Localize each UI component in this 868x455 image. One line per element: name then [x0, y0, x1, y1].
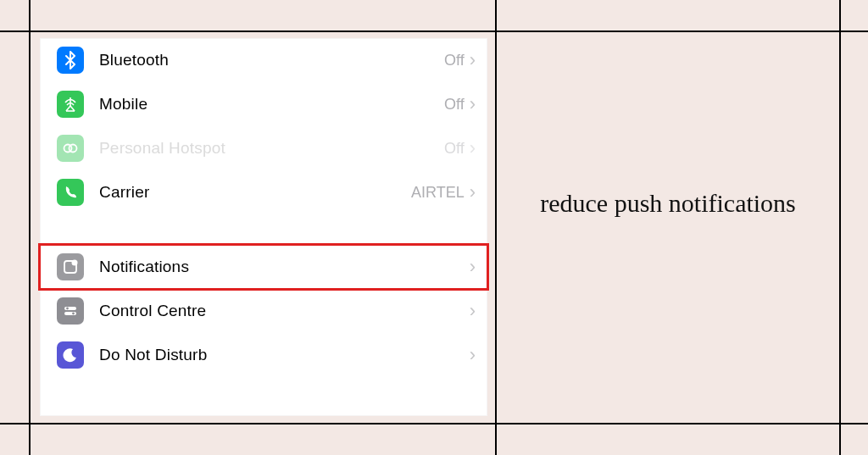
row-label: Notifications	[99, 258, 465, 276]
caption-text: reduce push notifications	[524, 186, 812, 219]
settings-row-personal-hotspot[interactable]: Personal Hotspot Off ›	[40, 126, 487, 170]
chevron-right-icon: ›	[470, 346, 476, 364]
section-gap	[40, 214, 487, 245]
svg-point-1	[70, 145, 77, 153]
mobile-icon	[57, 91, 84, 118]
ios-settings-panel: Bluetooth Off › Mobile Off › Personal Ho…	[40, 38, 487, 416]
carrier-icon	[57, 179, 84, 206]
svg-point-5	[66, 308, 69, 310]
row-label: Control Centre	[99, 302, 465, 320]
grid-line	[0, 423, 868, 424]
grid-line	[495, 0, 497, 455]
row-value: Off	[444, 140, 465, 158]
chevron-right-icon: ›	[470, 302, 476, 320]
chevron-right-icon: ›	[470, 139, 476, 158]
settings-row-control-centre[interactable]: Control Centre ›	[40, 289, 487, 333]
settings-row-do-not-disturb[interactable]: Do Not Disturb ›	[40, 333, 487, 377]
settings-row-carrier[interactable]: Carrier AIRTEL ›	[40, 170, 487, 214]
grid-line	[0, 31, 868, 32]
row-label: Personal Hotspot	[99, 139, 444, 158]
row-value: Off	[444, 96, 465, 114]
hotspot-icon	[57, 135, 84, 162]
row-label: Do Not Disturb	[99, 346, 465, 364]
settings-row-mobile[interactable]: Mobile Off ›	[40, 82, 487, 126]
svg-rect-4	[64, 307, 76, 310]
chevron-right-icon: ›	[470, 183, 476, 202]
settings-row-bluetooth[interactable]: Bluetooth Off ›	[40, 38, 487, 82]
settings-row-notifications[interactable]: Notifications ›	[40, 245, 487, 289]
chevron-right-icon: ›	[470, 258, 476, 276]
svg-rect-6	[64, 312, 76, 315]
chevron-right-icon: ›	[470, 51, 476, 69]
row-label: Mobile	[99, 95, 444, 114]
notifications-icon	[57, 253, 84, 280]
grid-line	[839, 0, 841, 455]
control-centre-icon	[57, 297, 84, 325]
svg-point-7	[72, 313, 75, 315]
grid-line	[29, 0, 31, 455]
dnd-icon	[57, 341, 84, 369]
row-label: Carrier	[99, 183, 411, 202]
row-value: Off	[444, 52, 465, 69]
row-value: AIRTEL	[411, 184, 465, 202]
chevron-right-icon: ›	[470, 95, 476, 114]
bluetooth-icon	[57, 47, 84, 74]
svg-point-3	[72, 260, 78, 266]
row-label: Bluetooth	[99, 51, 444, 69]
